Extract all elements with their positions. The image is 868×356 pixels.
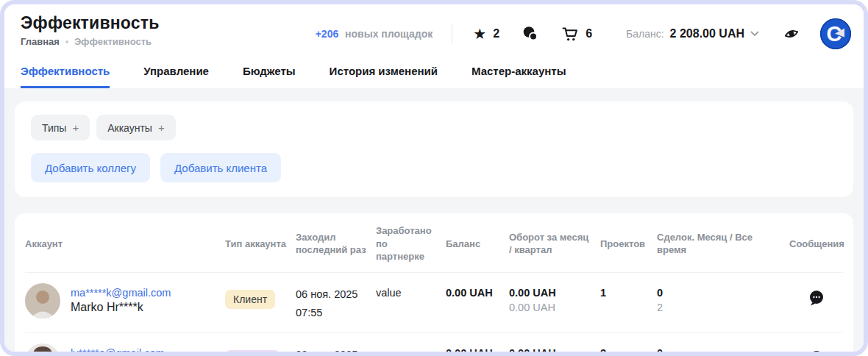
filter-chip-accounts-label: Аккаунты [107, 122, 152, 134]
cart-count: 6 [586, 27, 592, 40]
account-text: ly*****o@gmail.com Lyudmyla Fe****o [71, 347, 165, 356]
last-visit-date: 06 ноя. 2025 [296, 287, 369, 302]
favorites-button[interactable]: ★ 2 [473, 26, 499, 41]
eye-refresh-icon [783, 25, 800, 43]
tab-bar: Эффективность Управление Бюджеты История… [4, 51, 864, 88]
cell-account-type: Коллега [225, 343, 296, 356]
last-visit-time: 07:55 [296, 305, 369, 321]
header-toolbar: +206 новых площадок ★ 2 [316, 16, 852, 51]
cell-projects: 1 [600, 283, 657, 299]
cell-account: ly*****o@gmail.com Lyudmyla Fe****o [25, 343, 225, 356]
chat-button[interactable] [522, 25, 539, 43]
account-email-link[interactable]: ly*****o@gmail.com [71, 347, 165, 356]
accounts-table: Аккаунт Тип аккаунта Заходил последний р… [15, 213, 853, 356]
breadcrumb-separator [65, 40, 68, 43]
avatar [25, 343, 60, 356]
table-header-row: Аккаунт Тип аккаунта Заходил последний р… [25, 215, 843, 273]
table-row: ly*****o@gmail.com Lyudmyla Fe****o Колл… [25, 333, 843, 356]
filters-panel: Типы + Аккаунты + Добавить коллегу Добав… [15, 102, 853, 197]
cell-partner-earned: value [376, 283, 446, 299]
cell-turnover: 0.00 UAH 0.00 UAH [509, 283, 600, 313]
col-account: Аккаунт [25, 238, 225, 251]
cell-partner-earned: — [376, 343, 446, 356]
turnover-month: 0.00 UAH [509, 287, 593, 299]
new-sites-count: +206 [316, 28, 339, 40]
col-messages: Сообщения [789, 238, 844, 251]
cell-account-type: Клиент [225, 283, 296, 309]
action-buttons: Добавить коллегу Добавить клиента [31, 153, 837, 182]
app-logo[interactable]: C [819, 18, 852, 50]
page-title: Эффективность [21, 13, 160, 33]
breadcrumb-home[interactable]: Главная [21, 36, 60, 47]
col-account-type: Тип аккаунта [225, 238, 296, 251]
account-type-badge: Клиент [225, 290, 275, 309]
account-text: ma*****k@gmail.com Marko Hr****k [71, 287, 171, 314]
account-type-badge: Коллега [225, 350, 280, 356]
page-header: Эффективность Главная Эффективность +206… [4, 4, 864, 51]
breadcrumb-current: Эффективность [74, 36, 152, 47]
cart-button[interactable]: 6 [561, 25, 592, 43]
plus-icon: + [72, 121, 79, 134]
filter-chip-accounts[interactable]: Аккаунты + [96, 115, 176, 140]
turnover-month: 0.00 UAH [509, 347, 593, 356]
cell-messages [789, 343, 843, 356]
message-icon [808, 349, 825, 356]
cart-icon [561, 25, 579, 43]
avatar [25, 283, 60, 318]
deals-month: 0 [657, 347, 782, 356]
message-icon [808, 289, 825, 307]
breadcrumb: Главная Эффективность [21, 36, 160, 47]
tab-master-accounts[interactable]: Мастер-аккаунты [472, 65, 566, 88]
balance-dropdown[interactable]: Баланс: 2 208.00 UAH [626, 27, 759, 40]
table-row: ma*****k@gmail.com Marko Hr****k Клиент … [25, 273, 843, 333]
chevron-down-icon [750, 31, 759, 37]
title-block: Эффективность Главная Эффективность [21, 13, 160, 47]
header-divider [452, 24, 452, 44]
projects-count: 1 [600, 287, 650, 299]
tab-change-history[interactable]: История изменений [330, 65, 438, 88]
cell-deals: 0 0 [657, 343, 789, 356]
chat-bubbles-icon [522, 25, 539, 43]
app-window: Эффективность Главная Эффективность +206… [0, 0, 868, 356]
balance-amount: 0.00 UAH [446, 287, 502, 299]
cell-last-visit: 08 ноя. 2025 17:12 [296, 343, 376, 356]
filter-chip-types-label: Типы [42, 122, 66, 134]
tab-budgets[interactable]: Бюджеты [243, 65, 296, 88]
col-partner-earned: Заработано по партнерке [376, 224, 446, 263]
message-button[interactable] [808, 289, 825, 307]
filter-chip-types[interactable]: Типы + [31, 115, 90, 140]
deals-month: 0 [657, 287, 782, 299]
col-projects: Проектов [600, 238, 657, 251]
star-icon: ★ [473, 26, 486, 41]
cell-account: ma*****k@gmail.com Marko Hr****k [25, 283, 225, 318]
tab-management[interactable]: Управление [143, 65, 209, 88]
favorites-count: 2 [493, 27, 499, 40]
col-deals: Сделок. Месяц / Все время [657, 231, 789, 257]
add-colleague-button[interactable]: Добавить коллегу [31, 153, 150, 182]
plus-icon: + [158, 121, 165, 134]
add-client-button[interactable]: Добавить клиента [160, 153, 281, 182]
account-name: Marko Hr****k [71, 301, 171, 314]
new-sites-link[interactable]: +206 новых площадок [316, 28, 433, 40]
cell-balance: 0.00 UAH [446, 343, 509, 356]
cell-deals: 0 2 [657, 283, 789, 313]
filter-chips: Типы + Аккаунты + [31, 115, 837, 140]
watch-mode-button[interactable] [783, 25, 800, 43]
tab-effectiveness[interactable]: Эффективность [21, 65, 110, 88]
cell-balance: 0.00 UAH [446, 283, 509, 299]
col-last-visit: Заходил последний раз [296, 231, 376, 257]
account-email-link[interactable]: ma*****k@gmail.com [71, 287, 171, 299]
cell-last-visit: 06 ноя. 2025 07:55 [296, 283, 376, 321]
col-turnover: Оборот за месяц / квартал [509, 231, 600, 257]
new-sites-label: новых площадок [345, 28, 433, 40]
balance-amount: 0.00 UAH [446, 347, 502, 356]
turnover-quarter: 0.00 UAH [509, 302, 593, 313]
message-button[interactable] [808, 349, 825, 356]
cell-messages [789, 283, 843, 307]
deals-all-time: 2 [657, 302, 782, 313]
balance-label: Баланс: [626, 28, 664, 40]
cell-turnover: 0.00 UAH 0.00 UAH [509, 343, 600, 356]
balance-value: 2 208.00 UAH [670, 27, 744, 40]
projects-count: 2 [600, 347, 650, 356]
page-content: Типы + Аккаунты + Добавить коллегу Добав… [4, 88, 864, 356]
